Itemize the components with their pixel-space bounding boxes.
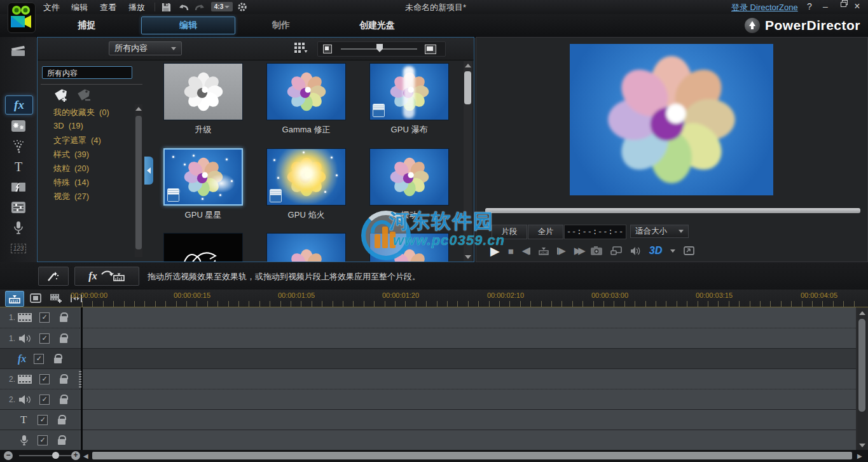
aspect-ratio-dropdown[interactable]: 4:3 — [211, 2, 233, 11]
track-enable-checkbox[interactable]: ✓ — [38, 435, 48, 445]
media-room-button[interactable] — [5, 42, 32, 60]
horizontal-scrollbar-thumb[interactable] — [92, 452, 852, 459]
track-enable-checkbox[interactable]: ✓ — [39, 333, 50, 344]
track-enable-checkbox[interactable]: ✓ — [34, 354, 44, 364]
add-track-button[interactable] — [47, 291, 65, 305]
scroll-right-icon[interactable]: ▶ — [857, 452, 862, 459]
track-lock-icon[interactable] — [60, 337, 67, 343]
dual-preview-icon[interactable] — [610, 246, 622, 255]
effect-thumb-upgrade[interactable] — [163, 63, 243, 120]
transition-room-button[interactable] — [5, 178, 32, 196]
track-lock-icon[interactable] — [60, 316, 67, 322]
track-content-voice[interactable] — [79, 430, 856, 451]
track-lock-icon[interactable] — [58, 419, 65, 424]
scroll-up-icon[interactable] — [465, 64, 471, 67]
scroll-left-icon[interactable]: ◀ — [83, 452, 88, 459]
category-particle[interactable]: 炫粒(20) — [53, 163, 89, 174]
timeline-view-button[interactable] — [5, 291, 24, 307]
3d-options-chevron-icon[interactable] — [670, 249, 675, 253]
collapse-panel-handle[interactable] — [144, 157, 153, 185]
minimize-button[interactable]: – — [818, 0, 832, 13]
track-content-audio1[interactable] — [79, 328, 856, 349]
effect-thumb-gpu-fireworks[interactable] — [266, 148, 346, 206]
tab-capture[interactable]: 捕捉 — [78, 20, 95, 31]
tab-edit[interactable]: 编辑 — [141, 17, 235, 34]
volume-icon[interactable] — [630, 246, 641, 256]
clip-mode-button[interactable]: 片段 — [492, 225, 527, 239]
audio-mixing-room-button[interactable] — [5, 199, 32, 216]
track-content-video1[interactable] — [79, 307, 856, 328]
restore-button[interactable] — [834, 0, 848, 13]
apply-to-effect-track-button[interactable]: fx — [74, 267, 139, 286]
3d-mode-button[interactable]: 3D — [649, 245, 662, 256]
stop-button[interactable]: ■ — [508, 246, 514, 256]
effect-thumb-gpu-stars[interactable] — [163, 148, 243, 206]
track-enable-checkbox[interactable]: ✓ — [38, 415, 48, 425]
scroll-down-icon[interactable] — [859, 444, 865, 447]
save-icon[interactable] — [159, 1, 173, 13]
movie-mode-button[interactable]: 全片 — [528, 225, 563, 239]
zoom-fit-dropdown[interactable]: 适合大小 — [630, 225, 689, 238]
zoom-out-button[interactable]: − — [4, 451, 13, 460]
remove-tag-icon[interactable] — [76, 88, 93, 105]
sort-grid-icon[interactable] — [294, 43, 308, 56]
track-lock-icon[interactable] — [54, 358, 62, 363]
track-enable-checkbox[interactable]: ✓ — [39, 374, 50, 384]
effect-thumb-gamma[interactable] — [266, 63, 346, 120]
scroll-up-icon[interactable] — [859, 311, 865, 315]
effect-thumb-partial[interactable] — [163, 233, 243, 262]
timeline-zoom-track[interactable] — [19, 455, 73, 456]
effect-room-button[interactable]: fx — [5, 95, 33, 115]
timeline-vertical-scrollbar[interactable] — [857, 309, 867, 450]
thumbnail-size-thumb[interactable] — [376, 44, 383, 52]
zoom-in-button[interactable]: + — [71, 451, 80, 460]
menu-edit[interactable]: 编辑 — [71, 2, 88, 13]
undo-icon[interactable] — [177, 1, 191, 13]
track-enable-checkbox[interactable]: ✓ — [39, 312, 50, 323]
title-room-button[interactable]: T — [5, 158, 32, 176]
track-lock-icon[interactable] — [60, 398, 67, 404]
modify-effect-button[interactable] — [38, 267, 69, 286]
help-button[interactable]: ? — [803, 0, 816, 13]
grid-scrollbar[interactable] — [464, 61, 472, 262]
category-3d[interactable]: 3D(19) — [53, 121, 83, 130]
effect-thumb-gpu-waterfall[interactable] — [369, 63, 449, 120]
chapter-room-button[interactable]: 123 — [5, 239, 32, 257]
splitter-handle[interactable] — [79, 371, 81, 388]
category-visual[interactable]: 视觉(27) — [53, 191, 89, 202]
storyboard-view-button[interactable] — [27, 291, 45, 305]
menu-play[interactable]: 播放 — [128, 2, 145, 13]
snapshot-camera-icon[interactable] — [591, 246, 602, 255]
effect-thumb-partial[interactable] — [266, 233, 346, 262]
category-text-mask[interactable]: 文字遮罩(4) — [53, 135, 101, 146]
scroll-up-icon[interactable] — [135, 107, 142, 111]
scrollbar-thumb[interactable] — [135, 116, 142, 249]
category-special[interactable]: 特殊(14) — [53, 177, 89, 188]
fast-forward-button[interactable]: ▶▶ — [574, 245, 582, 256]
upgrade-arrow-icon[interactable] — [745, 18, 760, 33]
voiceover-room-button[interactable] — [5, 219, 32, 237]
tag-filter-field[interactable]: 所有内容 — [42, 66, 132, 79]
fullscreen-window-icon[interactable] — [684, 246, 694, 255]
timecode-display[interactable]: --:--:--:-- — [564, 225, 626, 239]
tab-produce[interactable]: 制作 — [272, 20, 290, 31]
track-content-audio2[interactable] — [79, 389, 856, 410]
menu-file[interactable]: 文件 — [43, 2, 60, 13]
previous-frame-button[interactable]: ◀ — [522, 245, 531, 256]
next-frame-button[interactable]: ▶ — [557, 245, 566, 256]
effect-thumb-swing[interactable] — [369, 148, 449, 206]
content-filter-dropdown[interactable]: 所有内容 — [109, 41, 182, 55]
timeline-zoom-thumb[interactable] — [52, 452, 59, 459]
ruler-ticks[interactable] — [82, 301, 855, 307]
play-button[interactable]: ▶ — [490, 244, 500, 258]
scrollbar-thumb[interactable] — [858, 319, 865, 412]
track-lock-icon[interactable] — [60, 378, 67, 384]
scroll-down-icon[interactable] — [465, 255, 471, 259]
particle-room-button[interactable] — [5, 137, 32, 155]
track-content-effect[interactable] — [79, 348, 856, 369]
small-thumbnail-icon[interactable] — [323, 45, 332, 53]
category-style[interactable]: 样式(39) — [53, 149, 89, 160]
settings-gear-icon[interactable] — [235, 1, 249, 13]
track-content-video2[interactable] — [79, 368, 856, 389]
pip-objects-room-button[interactable] — [5, 117, 32, 135]
